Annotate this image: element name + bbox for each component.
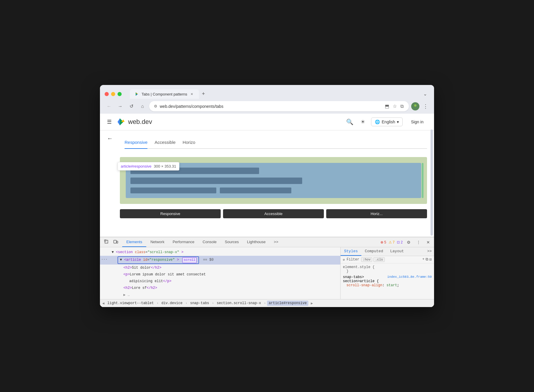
dom-line-more[interactable]: ▶ … xyxy=(100,292,340,299)
address-bar[interactable]: ⚙ web.dev/patterns/components/tabs ⬒ ☆ ⧉ xyxy=(149,101,409,111)
breadcrumb-item-0[interactable]: light.viewport--tablet xyxy=(106,301,155,306)
styles-tab-computed[interactable]: Computed xyxy=(361,247,387,256)
theme-toggle-button[interactable]: ☀ xyxy=(359,117,366,126)
breadcrumb-item-2[interactable]: snap-tabs xyxy=(188,301,211,306)
devtools-menu-button[interactable]: ⋮ xyxy=(415,239,422,246)
styles-filter-bar: ⊘ Filter :hov .cls + ⧉ ⊡ xyxy=(341,256,434,263)
filter-hov-tag[interactable]: :hov xyxy=(361,257,372,262)
styles-more-tabs[interactable]: >> xyxy=(425,247,434,256)
url-text: web.dev/patterns/components/tabs xyxy=(160,104,382,109)
svg-rect-10 xyxy=(114,240,116,243)
tab-responsive[interactable]: Responsive xyxy=(125,136,147,149)
search-button[interactable]: 🔍 xyxy=(345,117,355,127)
dom-line-h2[interactable]: <h2>Sit dolor</h2> xyxy=(100,265,340,271)
forward-button[interactable]: → xyxy=(116,102,125,111)
tab-title: Tabs | Component patterns xyxy=(142,92,187,96)
devtools-elements-tab[interactable]: Elements xyxy=(122,237,146,247)
dom-line-section[interactable]: ▼ <section class="scroll-snap-x" > xyxy=(100,249,340,256)
warning-count-badge: ⚠ 7 xyxy=(389,240,395,244)
language-label: English xyxy=(382,120,395,124)
reload-button[interactable]: ↺ xyxy=(127,102,136,111)
devtools-body: ... ▼ <section class="scroll-snap-x" > ▼… xyxy=(100,247,434,299)
devtools-right-icons: ⊗ 5 ⚠ 7 ⊡ 2 ⚙ ⋮ ✕ xyxy=(380,239,432,246)
breadcrumb-bar: ◀ light.viewport--tablet › div.device › … xyxy=(100,299,434,307)
maximize-button[interactable] xyxy=(118,92,122,96)
bookmark-icon[interactable]: ☆ xyxy=(392,103,397,110)
minimize-button[interactable] xyxy=(111,92,115,96)
browser-scrollbar[interactable] xyxy=(431,129,433,236)
breadcrumb-item-3[interactable]: section.scroll-snap-x xyxy=(215,301,263,306)
tooltip-dimensions: 300 × 353.31 xyxy=(154,164,176,168)
copy-style-icon[interactable]: ⧉ xyxy=(426,257,428,262)
devtools-sources-tab[interactable]: Sources xyxy=(221,237,243,247)
info-count: 2 xyxy=(401,240,403,244)
extensions-icon[interactable]: ⧉ xyxy=(400,103,404,110)
breadcrumb-item-4[interactable]: article#responsive xyxy=(267,301,309,306)
dom-line-h2-2[interactable]: <h2>Lore sf</h2> xyxy=(100,285,340,292)
profile-avatar[interactable] xyxy=(411,102,419,110)
home-button[interactable]: ⌂ xyxy=(138,102,147,111)
browser-menu-button[interactable]: ⋮ xyxy=(422,102,429,111)
styles-action-icons: + ⧉ ⊡ xyxy=(422,257,432,262)
devtools-settings-button[interactable]: ⚙ xyxy=(405,239,412,246)
styles-panel: Styles Computed Layout >> ⊘ Filter :hov … xyxy=(340,247,434,299)
element-style-selector: element.style { xyxy=(343,265,375,269)
styles-tab-styles[interactable]: Styles xyxy=(341,247,361,256)
styles-tab-layout[interactable]: Layout xyxy=(387,247,407,256)
tab-close-button[interactable]: ✕ xyxy=(190,92,194,96)
info-square-icon: ⊡ xyxy=(397,240,400,244)
address-bar-area: ← → ↺ ⌂ ⚙ web.dev/patterns/components/ta… xyxy=(100,99,434,114)
dom-line-article[interactable]: ▼ <article id="responsive" > scroll == $… xyxy=(100,256,340,265)
filter-cls-tag[interactable]: .cls xyxy=(373,257,385,262)
tabs-navigation: Responsive Accessible Horizo xyxy=(125,136,427,149)
devtools-more-tabs-button[interactable]: >> xyxy=(270,237,282,247)
breadcrumb-nav-forward[interactable]: ▶ xyxy=(311,301,313,306)
breadcrumb-item-1[interactable]: div.device xyxy=(160,301,184,306)
toggle-sidebar-icon[interactable]: ⊡ xyxy=(429,257,432,262)
add-style-icon[interactable]: + xyxy=(422,257,424,262)
devtools-network-tab[interactable]: Network xyxy=(146,237,169,247)
demo-block-3b xyxy=(220,188,291,193)
devtools-console-tab[interactable]: Console xyxy=(198,237,221,247)
devtools-left-icons xyxy=(102,238,120,246)
demo-tab-button-2[interactable]: Horiz... xyxy=(326,209,427,218)
back-button[interactable]: ← xyxy=(105,102,113,111)
warning-triangle-icon: ⚠ xyxy=(389,240,392,244)
dom-panel[interactable]: ... ▼ <section class="scroll-snap-x" > ▼… xyxy=(100,247,340,299)
tab-horizontal[interactable]: Horizo xyxy=(183,136,195,148)
devtools-responsive-button[interactable] xyxy=(112,238,120,246)
new-tab-button[interactable]: + xyxy=(199,89,208,99)
active-tab[interactable]: Tabs | Component patterns ✕ xyxy=(130,89,199,99)
dropdown-arrow-icon: ▾ xyxy=(397,120,399,124)
devtools-performance-tab[interactable]: Performance xyxy=(169,237,198,247)
hamburger-menu-button[interactable]: ☰ xyxy=(107,119,112,125)
devtools-inspect-button[interactable] xyxy=(102,238,110,246)
style-file-link[interactable]: index_1c583…8e.frame:50 xyxy=(387,275,432,279)
sign-in-button[interactable]: Sign in xyxy=(407,118,427,126)
devtools-lighthouse-tab[interactable]: Lighthouse xyxy=(243,237,270,247)
tab-chevron-button[interactable]: ⌄ xyxy=(421,90,429,98)
main-content: ← article#responsive 300 × 353.31 Respon… xyxy=(100,130,434,221)
breadcrumb-nav-back[interactable]: ◀ xyxy=(102,301,104,306)
language-selector[interactable]: 🌐 English ▾ xyxy=(371,117,403,126)
dollar-zero: == $0 xyxy=(203,258,214,262)
error-count: 5 xyxy=(384,240,386,244)
webdev-logo-icon xyxy=(116,117,126,127)
close-button[interactable] xyxy=(105,92,109,96)
devtools-close-button[interactable]: ✕ xyxy=(425,239,432,246)
demo-tab-button-0[interactable]: Responsive xyxy=(120,209,221,218)
breadcrumb-sep-2: › xyxy=(212,302,214,305)
webdev-header: ☰ web.dev 🔍 ☀ 🌐 English ▾ Sign in xyxy=(100,114,434,130)
back-navigation-button[interactable]: ← xyxy=(107,135,113,142)
dom-line-p[interactable]: <p>Lorem ipsum dolor sit amet consectet xyxy=(100,271,340,278)
svg-rect-8 xyxy=(104,240,106,241)
webdev-logo[interactable]: web.dev xyxy=(116,117,152,127)
styles-content: element.style { } index_1c583…8e.frame:5… xyxy=(341,263,434,289)
open-external-icon[interactable]: ⬒ xyxy=(384,103,390,110)
demo-tab-button-1[interactable]: Accessible xyxy=(223,209,324,218)
info-count-badge: ⊡ 2 xyxy=(397,240,403,244)
dom-line-p-cont: adipisicing elit</p> xyxy=(100,278,340,285)
tab-accessible[interactable]: Accessible xyxy=(154,136,176,148)
browser-window: Tabs | Component patterns ✕ + ⌄ ← → ↺ ⌂ … xyxy=(100,85,434,307)
svg-point-4 xyxy=(413,107,417,110)
